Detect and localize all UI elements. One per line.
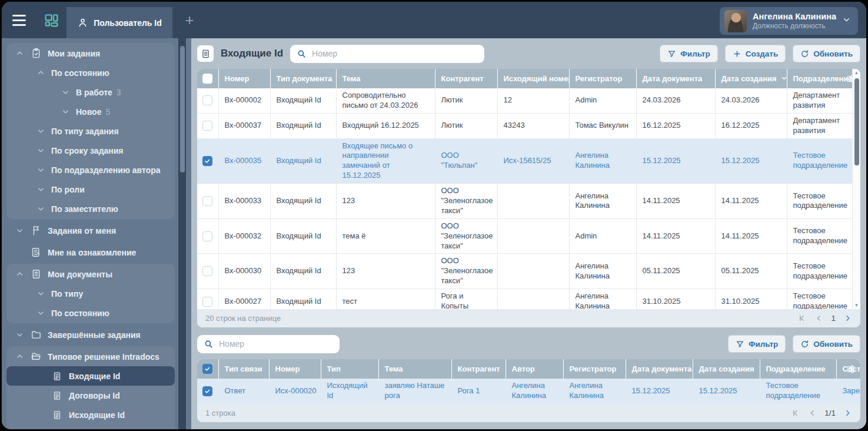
sidebar-item-в-работе[interactable]: В работе3 [6, 82, 175, 102]
table-scrollbar-thumb[interactable] [854, 78, 859, 165]
table-row[interactable]: Вх-000030Входящий Id123ООО "Зеленоглазое… [197, 254, 860, 289]
refresh-button[interactable]: Обновить [793, 335, 860, 353]
row-select-cell[interactable] [197, 88, 218, 113]
checkbox[interactable] [202, 121, 212, 131]
refresh-button[interactable]: Обновить [793, 45, 860, 62]
cell: 15.12.2025 [636, 138, 715, 184]
column-header[interactable]: Контрагент [435, 69, 497, 88]
table-row[interactable]: Вх-000033Входящий Id123ООО "Зеленоглазое… [197, 184, 860, 219]
column-header[interactable]: Тип связи [218, 359, 269, 379]
row-select-cell[interactable] [197, 289, 218, 310]
table-row[interactable]: Вх-000037Входящий IdВходящий 16.12.2025Л… [197, 113, 860, 138]
sidebar-item-по-подразделению-автора[interactable]: По подразделению автора [6, 160, 175, 180]
column-header[interactable]: Номер [218, 69, 270, 88]
column-header[interactable]: Тема [378, 359, 451, 379]
page-next-button[interactable] [843, 314, 852, 323]
column-header[interactable]: Дата создания [693, 359, 760, 379]
sidebar-item-задания-от-меня[interactable]: Задания от меня [6, 221, 175, 240]
sidebar-item-по-типу-задания[interactable]: По типу задания [6, 121, 175, 141]
checkbox[interactable] [202, 297, 212, 307]
row-select-cell[interactable] [197, 113, 218, 138]
sidebar-scrollbar[interactable]: ▲ [178, 38, 186, 429]
cell: 16.12.2025 [636, 113, 715, 138]
row-select-cell[interactable] [197, 184, 218, 219]
column-header[interactable]: Подразделение [787, 69, 860, 88]
hamburger-menu-button[interactable] [2, 2, 36, 38]
column-header[interactable]: Исходящий номер [497, 69, 569, 88]
sidebar-item-по-роли[interactable]: По роли [6, 180, 175, 199]
checkbox[interactable] [202, 386, 212, 396]
cell: Ангелина Калинина [569, 289, 636, 310]
chevron-down-icon [35, 127, 46, 135]
column-header[interactable]: Регистратор [569, 69, 636, 88]
row-select-cell[interactable] [197, 138, 218, 184]
sidebar-item-типовое-решение-intradocs[interactable]: Типовое решение Intradocs [6, 347, 175, 366]
column-header[interactable]: Дата создания [715, 69, 787, 88]
sidebar-item-по-сроку-задания[interactable]: По сроку задания [6, 141, 175, 160]
page-prev-button[interactable] [814, 314, 823, 323]
sidebar-group: Завершённые задания [6, 324, 175, 345]
column-header[interactable]: Подразделение [760, 359, 836, 379]
column-header[interactable]: Регистратор [563, 359, 626, 379]
checkbox[interactable] [202, 364, 212, 374]
column-header[interactable]: Дата документа [626, 359, 693, 379]
column-header[interactable]: Тема [336, 69, 435, 88]
sidebar-item-по-заместителю[interactable]: По заместителю [6, 199, 175, 218]
page-first-button[interactable] [791, 409, 800, 417]
checkbox[interactable] [202, 156, 212, 166]
page-first-button[interactable] [798, 314, 807, 323]
sidebar-item-мои-документы[interactable]: Мои документы [6, 264, 175, 284]
select-all-cell[interactable] [197, 69, 218, 88]
row-select-cell[interactable] [197, 379, 218, 403]
table-scrollbar[interactable]: ▲ ▼ [852, 69, 860, 309]
column-header[interactable]: Состояние [836, 359, 860, 379]
sidebar-item-по-состоянию[interactable]: По состоянию [6, 63, 175, 82]
inbox-grid-panel: НомерТип документаТемаКонтрагентИсходящи… [197, 69, 860, 327]
column-header[interactable]: Автор [505, 359, 563, 379]
search-input[interactable] [312, 49, 478, 58]
cell: Вх-000027 [218, 289, 270, 310]
sidebar-item-новое[interactable]: Новое5 [6, 102, 175, 121]
sidebar-item-договоры-id[interactable]: Договоры Id [6, 386, 175, 405]
sidebar-item-входящие-id[interactable]: Входящие Id [6, 366, 175, 386]
checkbox[interactable] [202, 74, 212, 84]
create-button[interactable]: Создать [725, 45, 786, 62]
select-all-cell[interactable] [197, 359, 218, 379]
page-next-button[interactable] [843, 409, 852, 417]
sort-desc-icon [780, 75, 787, 84]
table-row[interactable]: Вх-000032Входящий Idтема ёООО "Зеленогла… [197, 218, 860, 254]
column-header[interactable]: Тип [321, 359, 378, 379]
table-row[interactable]: ОтветИсх-000020Исходящий Idзаявляю Наташ… [197, 379, 860, 403]
table-row[interactable]: Вх-000002Входящий IdСопроводительно пись… [197, 88, 860, 113]
dashboard-icon[interactable] [36, 2, 66, 38]
main-area: Входящие Id Фильтр Создать Обновить [191, 38, 866, 429]
sidebar-item-мне-на-ознакомление[interactable]: Мне на ознакомление [6, 243, 175, 262]
sidebar-item-по-состоянию[interactable]: По состоянию [6, 303, 175, 323]
table-row[interactable]: Вх-000035Входящий IdВходящее письмо о на… [197, 138, 860, 184]
sidebar-item-мои-задания[interactable]: Мои задания [6, 44, 175, 63]
sidebar-scrollbar-thumb[interactable] [180, 46, 185, 173]
sidebar-item-по-типу[interactable]: По типу [6, 284, 175, 303]
table-row[interactable]: Вх-000027Входящий IdтестРога и КопытыАнг… [197, 289, 860, 310]
checkbox[interactable] [202, 196, 212, 206]
column-header[interactable]: Тип документа [270, 69, 336, 88]
sidebar-item-завершённые-задания[interactable]: Завершённые задания [6, 325, 175, 344]
add-tab-button[interactable]: + [172, 2, 207, 38]
filter-button[interactable]: Фильтр [660, 45, 717, 62]
column-header[interactable]: Дата документа [636, 69, 715, 88]
user-menu[interactable]: Ангелина Калинина Должность должность [720, 7, 858, 35]
checkbox[interactable] [202, 231, 212, 241]
column-header[interactable]: Номер [269, 359, 321, 379]
app-window: Пользователь Id + Ангелина Калинина Долж… [2, 2, 866, 429]
checkbox[interactable] [202, 95, 212, 105]
page-prev-button[interactable] [808, 409, 817, 417]
checkbox[interactable] [202, 266, 212, 276]
row-select-cell[interactable] [197, 218, 218, 254]
column-header[interactable]: Контрагент [451, 359, 505, 379]
sidebar-item-доверенности-id[interactable]: Доверенности Id [6, 425, 175, 429]
row-select-cell[interactable] [197, 254, 218, 289]
tab-user-id[interactable]: Пользователь Id [66, 7, 172, 38]
sidebar-item-исходящие-id[interactable]: Исходящие Id [6, 405, 175, 425]
search-input[interactable] [219, 339, 333, 349]
filter-button[interactable]: Фильтр [728, 335, 786, 353]
